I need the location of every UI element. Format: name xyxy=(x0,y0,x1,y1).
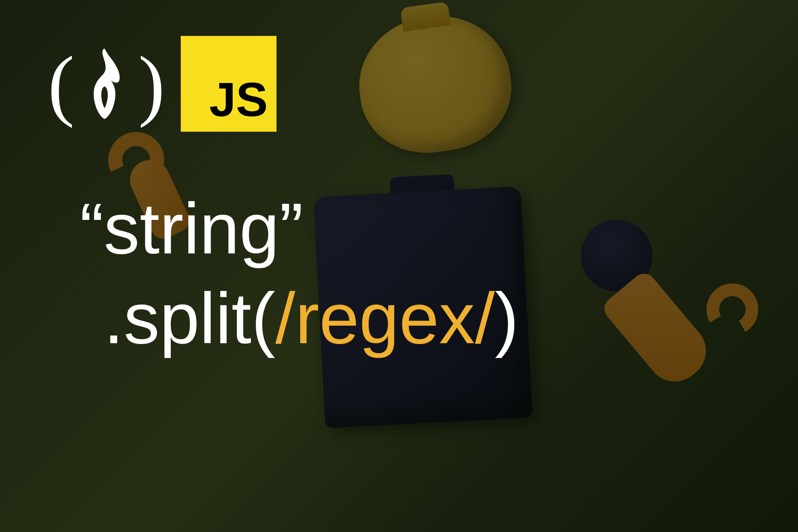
fcc-left-paren: ( xyxy=(48,38,71,130)
fcc-right-paren: ) xyxy=(138,38,161,130)
logo-row: ( ) JS xyxy=(48,36,750,132)
freecodecamp-logo: ( ) xyxy=(48,38,161,130)
code-snippet: “string” .split(/regex/) xyxy=(80,184,750,363)
code-regex-literal: /regex/ xyxy=(275,278,495,358)
content-layer: ( ) JS “string” .split(/regex/) xyxy=(0,0,798,532)
js-logo-text: JS xyxy=(209,72,268,127)
fire-icon xyxy=(77,46,132,122)
code-line-1: “string” xyxy=(80,184,750,273)
javascript-logo: JS xyxy=(181,36,277,132)
code-split-prefix: .split( xyxy=(104,278,275,358)
code-line-2: .split(/regex/) xyxy=(104,273,750,363)
code-split-suffix: ) xyxy=(495,278,519,358)
